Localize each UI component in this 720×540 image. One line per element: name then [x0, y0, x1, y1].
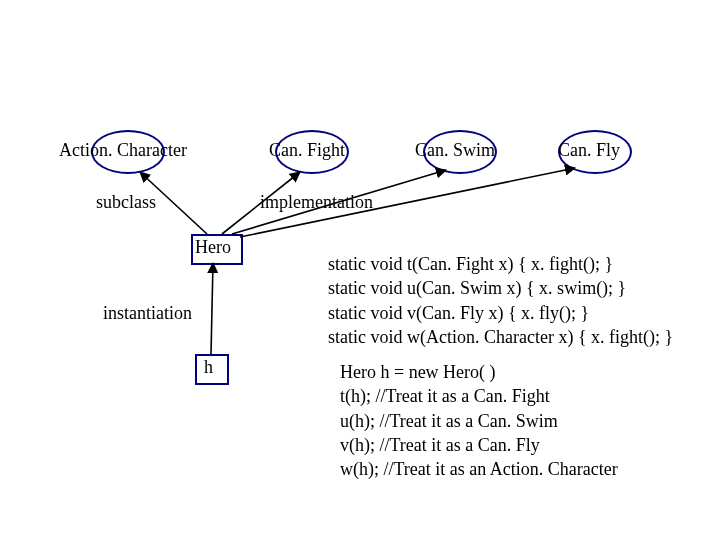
can-fight-label: Can. Fight [269, 140, 345, 161]
usage-code: Hero h = new Hero( ) t(h); //Treat it as… [340, 360, 618, 481]
instantiation-label: instantiation [103, 303, 192, 324]
hero-label: Hero [195, 237, 231, 258]
can-swim-label: Can. Swim [415, 140, 495, 161]
methods-code: static void t(Can. Fight x) { x. fight()… [328, 252, 673, 349]
subclass-label: subclass [96, 192, 156, 213]
action-character-label: Action. Character [59, 140, 187, 161]
arrow-h-to-hero [211, 263, 213, 354]
can-fly-label: Can. Fly [558, 140, 620, 161]
h-label: h [204, 357, 213, 378]
implementation-label: implementation [260, 192, 373, 213]
